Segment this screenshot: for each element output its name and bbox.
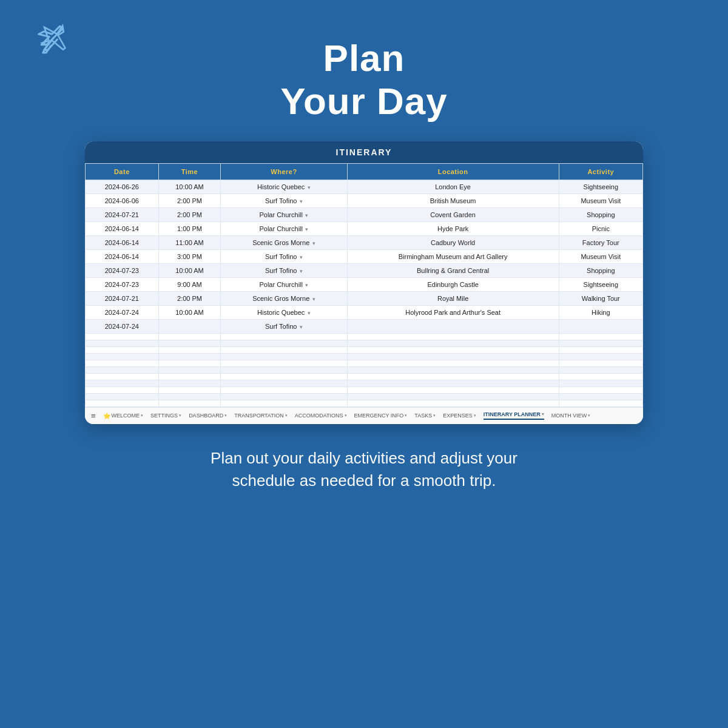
cell-time[interactable]: 9:00 AM — [158, 277, 221, 291]
cell-date[interactable] — [86, 340, 159, 346]
cell-location[interactable] — [347, 393, 559, 400]
cell-activity[interactable]: Walking Tour — [559, 291, 642, 305]
cell-activity[interactable]: Shopping — [559, 263, 642, 277]
cell-date[interactable] — [86, 333, 159, 340]
cell-date[interactable]: 2024-07-24 — [86, 319, 159, 333]
cell-time[interactable] — [158, 346, 221, 353]
cell-time[interactable] — [158, 360, 221, 366]
cell-location[interactable]: Royal Mile — [347, 291, 559, 305]
cell-activity[interactable] — [559, 400, 642, 406]
tab-settings[interactable]: SETTINGS ▾ — [150, 413, 181, 419]
cell-time[interactable]: 2:00 PM — [158, 194, 221, 207]
cell-date[interactable] — [86, 386, 159, 393]
cell-activity[interactable] — [559, 360, 642, 366]
cell-date[interactable] — [86, 353, 159, 360]
cell-activity[interactable] — [559, 346, 642, 353]
cell-where[interactable] — [221, 353, 347, 360]
tab-accomodations[interactable]: ACCOMODATIONS ▾ — [295, 413, 347, 419]
cell-activity[interactable]: Picnic — [559, 221, 642, 235]
cell-where[interactable]: Historic Quebec ▾ — [221, 180, 347, 194]
cell-location[interactable]: Birmingham Museum and Art Gallery — [347, 249, 559, 263]
cell-time[interactable] — [158, 353, 221, 360]
cell-activity[interactable]: Shopping — [559, 207, 642, 221]
cell-activity[interactable] — [559, 319, 642, 333]
cell-activity[interactable]: Museum Visit — [559, 194, 642, 207]
cell-location[interactable] — [347, 319, 559, 333]
cell-where[interactable]: Scenic Gros Morne ▾ — [221, 235, 347, 249]
cell-date[interactable] — [86, 380, 159, 386]
cell-activity[interactable] — [559, 393, 642, 400]
cell-where[interactable] — [221, 373, 347, 380]
cell-location[interactable] — [347, 386, 559, 393]
cell-where[interactable]: Polar Churchill ▾ — [221, 207, 347, 221]
cell-where[interactable]: Scenic Gros Morne ▾ — [221, 291, 347, 305]
cell-time[interactable] — [158, 373, 221, 380]
cell-activity[interactable] — [559, 366, 642, 373]
cell-date[interactable]: 2024-06-26 — [86, 180, 159, 194]
cell-location[interactable]: Bullring & Grand Central — [347, 263, 559, 277]
cell-date[interactable] — [86, 346, 159, 353]
tab-emergency[interactable]: EMERGENCY INFO ▾ — [354, 413, 408, 419]
cell-date[interactable]: 2024-07-21 — [86, 291, 159, 305]
cell-location[interactable]: Cadbury World — [347, 235, 559, 249]
cell-activity[interactable]: Sightseeing — [559, 180, 642, 194]
cell-time[interactable]: 10:00 AM — [158, 180, 221, 194]
cell-location[interactable] — [347, 400, 559, 406]
cell-time[interactable]: 10:00 AM — [158, 305, 221, 319]
cell-activity[interactable]: Hiking — [559, 305, 642, 319]
cell-time[interactable]: 11:00 AM — [158, 235, 221, 249]
cell-time[interactable]: 2:00 PM — [158, 291, 221, 305]
cell-date[interactable]: 2024-07-23 — [86, 277, 159, 291]
cell-where[interactable] — [221, 393, 347, 400]
cell-date[interactable]: 2024-07-24 — [86, 305, 159, 319]
cell-where[interactable]: Surf Tofino ▾ — [221, 249, 347, 263]
cell-time[interactable] — [158, 380, 221, 386]
cell-time[interactable] — [158, 340, 221, 346]
cell-date[interactable]: 2024-06-14 — [86, 221, 159, 235]
cell-where[interactable]: Polar Churchill ▾ — [221, 221, 347, 235]
cell-location[interactable]: London Eye — [347, 180, 559, 194]
cell-activity[interactable] — [559, 386, 642, 393]
cell-date[interactable] — [86, 360, 159, 366]
cell-date[interactable] — [86, 393, 159, 400]
cell-location[interactable]: Holyrood Park and Arthur's Seat — [347, 305, 559, 319]
cell-date[interactable] — [86, 400, 159, 406]
cell-where[interactable]: Polar Churchill ▾ — [221, 277, 347, 291]
tab-month-view[interactable]: MONTH VIEW ▾ — [551, 413, 591, 419]
cell-location[interactable] — [347, 360, 559, 366]
cell-time[interactable] — [158, 400, 221, 406]
tab-transportation[interactable]: TRANSPORTATION ▾ — [234, 413, 288, 419]
cell-date[interactable]: 2024-06-06 — [86, 194, 159, 207]
cell-location[interactable] — [347, 340, 559, 346]
tab-dashboard[interactable]: DASHBOARD ▾ — [189, 413, 227, 419]
cell-activity[interactable]: Museum Visit — [559, 249, 642, 263]
cell-date[interactable] — [86, 373, 159, 380]
cell-activity[interactable] — [559, 340, 642, 346]
cell-time[interactable]: 3:00 PM — [158, 249, 221, 263]
cell-location[interactable]: Covent Garden — [347, 207, 559, 221]
cell-where[interactable] — [221, 386, 347, 393]
cell-activity[interactable] — [559, 373, 642, 380]
cell-date[interactable]: 2024-06-14 — [86, 249, 159, 263]
cell-where[interactable] — [221, 380, 347, 386]
cell-date[interactable]: 2024-07-23 — [86, 263, 159, 277]
cell-activity[interactable]: Sightseeing — [559, 277, 642, 291]
cell-time[interactable] — [158, 319, 221, 333]
cell-where[interactable] — [221, 400, 347, 406]
cell-location[interactable]: Edinburgh Castle — [347, 277, 559, 291]
cell-location[interactable] — [347, 353, 559, 360]
tab-itinerary-planner[interactable]: ITINERARY PLANNER ▾ — [484, 411, 544, 420]
cell-location[interactable] — [347, 373, 559, 380]
cell-time[interactable]: 2:00 PM — [158, 207, 221, 221]
cell-time[interactable] — [158, 393, 221, 400]
menu-icon[interactable]: ≡ — [91, 411, 96, 420]
tab-expenses[interactable]: EXPENSES ▾ — [443, 413, 476, 419]
cell-where[interactable]: Surf Tofino ▾ — [221, 194, 347, 207]
cell-activity[interactable] — [559, 333, 642, 340]
cell-location[interactable] — [347, 346, 559, 353]
cell-activity[interactable]: Factory Tour — [559, 235, 642, 249]
cell-where[interactable] — [221, 366, 347, 373]
cell-where[interactable] — [221, 333, 347, 340]
cell-date[interactable]: 2024-07-21 — [86, 207, 159, 221]
cell-activity[interactable] — [559, 353, 642, 360]
